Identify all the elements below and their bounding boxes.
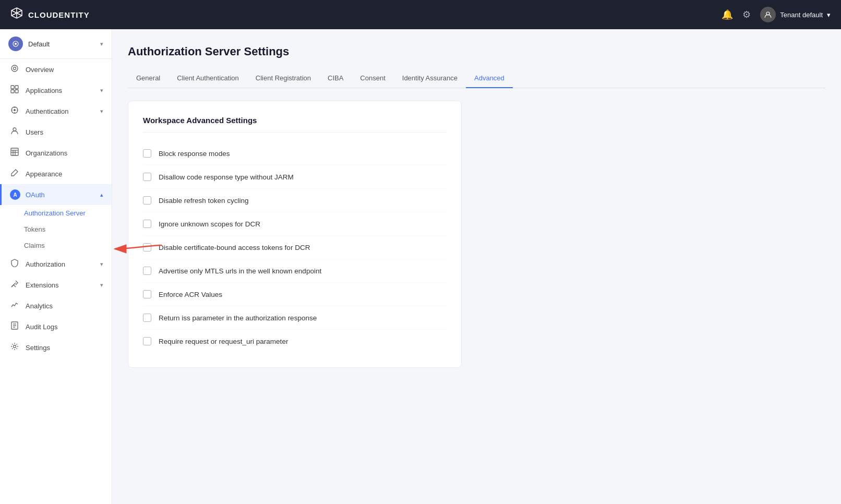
applications-chevron-icon: ▾	[100, 87, 103, 94]
setting-item-block-response-modes: Block response modes	[143, 142, 447, 165]
svg-rect-16	[11, 148, 18, 155]
oauth-label: OAuth	[26, 191, 45, 199]
checkbox-disable-refresh-token[interactable]	[143, 196, 151, 205]
logo-icon	[10, 7, 23, 22]
applications-icon	[10, 85, 19, 95]
tab-ciba[interactable]: CIBA	[319, 69, 352, 88]
setting-item-disable-cert-bound: Disable certificate-bound access tokens …	[143, 236, 447, 259]
setting-item-require-request: Require request or request_uri parameter	[143, 330, 447, 353]
sidebar-item-organizations[interactable]: Organizations	[0, 142, 112, 163]
logo-area: CLOUDENTITY	[10, 7, 90, 22]
tenant-selector[interactable]: Tenant default ▾	[760, 7, 831, 22]
setting-item-disallow-code-response: Disallow code response type without JARM	[143, 165, 447, 189]
workspace-icon	[8, 37, 23, 51]
sidebar-item-applications[interactable]: Applications ▾	[0, 80, 112, 101]
svg-point-8	[14, 67, 16, 70]
sidebar-subitem-tokens[interactable]: Tokens	[0, 221, 112, 237]
authorization-label: Authorization	[26, 260, 65, 268]
svg-rect-12	[15, 90, 18, 93]
notifications-icon[interactable]: 🔔	[722, 9, 733, 20]
sidebar-item-audit-logs[interactable]: Audit Logs	[0, 316, 112, 337]
oauth-icon: A	[10, 189, 19, 200]
svg-point-14	[14, 109, 16, 111]
tab-client-registration[interactable]: Client Registration	[247, 69, 319, 88]
tab-advanced[interactable]: Advanced	[466, 69, 513, 88]
organizations-label: Organizations	[26, 149, 67, 157]
sidebar-subitem-claims[interactable]: Claims	[0, 237, 112, 254]
page-title: Authorization Server Settings	[128, 45, 825, 58]
organizations-icon	[10, 148, 19, 158]
setting-item-ignore-unknown-scopes: Ignore unknown scopes for DCR	[143, 212, 447, 236]
setting-label-disable-refresh-token: Disable refresh token cycling	[159, 197, 249, 205]
checkbox-disallow-code-response[interactable]	[143, 173, 151, 181]
top-navigation: CLOUDENTITY 🔔 ⚙ Tenant default ▾	[0, 0, 841, 29]
checkbox-block-response-modes[interactable]	[143, 149, 151, 158]
checkbox-ignore-unknown-scopes[interactable]	[143, 220, 151, 228]
main-content: Authorization Server Settings General Cl…	[112, 29, 841, 504]
logo-text: CLOUDENTITY	[28, 10, 90, 19]
tab-general[interactable]: General	[128, 69, 169, 88]
tab-consent[interactable]: Consent	[352, 69, 393, 88]
setting-label-return-iss: Return iss parameter in the authorizatio…	[159, 314, 317, 322]
svg-rect-11	[11, 90, 14, 93]
setting-label-disallow-code-response: Disallow code response type without JARM	[159, 173, 294, 181]
tab-identity-assurance[interactable]: Identity Assurance	[394, 69, 466, 88]
setting-label-advertise-mtls: Advertise only MTLS urls in the well kno…	[159, 267, 321, 275]
sidebar-subitem-authorization-server[interactable]: Authorization Server	[0, 205, 112, 221]
setting-label-block-response-modes: Block response modes	[159, 150, 230, 158]
workspace-selector[interactable]: Default ▾	[0, 29, 112, 59]
sidebar-item-users[interactable]: Users	[0, 122, 112, 142]
extensions-icon	[10, 280, 19, 290]
sidebar-item-overview[interactable]: Overview	[0, 59, 112, 80]
appearance-icon	[10, 169, 19, 179]
sidebar-item-settings[interactable]: Settings	[0, 337, 112, 358]
audit-logs-label: Audit Logs	[26, 323, 57, 331]
app-layout: Default ▾ Overview	[0, 29, 841, 504]
sidebar-item-appearance[interactable]: Appearance	[0, 163, 112, 184]
svg-point-25	[14, 345, 16, 348]
checkbox-return-iss[interactable]	[143, 314, 151, 322]
appearance-label: Appearance	[26, 170, 62, 178]
settings-nav-icon	[10, 342, 19, 353]
users-label: Users	[26, 128, 43, 136]
setting-label-enforce-acr: Enforce ACR Values	[159, 291, 222, 298]
setting-label-ignore-unknown-scopes: Ignore unknown scopes for DCR	[159, 220, 260, 228]
sidebar-item-authentication[interactable]: Authentication ▾	[0, 101, 112, 122]
authentication-icon	[10, 106, 19, 116]
svg-point-7	[11, 65, 18, 71]
workspace-selector-left: Default	[8, 37, 50, 51]
extensions-label: Extensions	[26, 281, 59, 289]
svg-rect-9	[11, 86, 14, 89]
workspace-name: Default	[28, 40, 50, 48]
checkbox-advertise-mtls[interactable]	[143, 267, 151, 275]
topnav-right-area: 🔔 ⚙ Tenant default ▾	[722, 7, 831, 22]
users-icon	[10, 127, 19, 137]
svg-rect-10	[15, 86, 18, 89]
tenant-name: Tenant default	[780, 11, 823, 19]
svg-point-6	[15, 43, 17, 45]
sidebar-item-authorization[interactable]: Authorization ▾	[0, 254, 112, 274]
setting-item-enforce-acr: Enforce ACR Values	[143, 283, 447, 306]
settings-icon[interactable]: ⚙	[742, 9, 751, 20]
tabs-bar: General Client Authentication Client Reg…	[128, 69, 825, 88]
authentication-label: Authentication	[26, 107, 68, 115]
analytics-icon	[10, 301, 19, 311]
checkbox-enforce-acr[interactable]	[143, 290, 151, 298]
oauth-chevron-icon: ▴	[100, 191, 103, 198]
svg-point-15	[13, 128, 16, 131]
checkbox-require-request[interactable]	[143, 337, 151, 345]
sidebar-item-oauth[interactable]: A OAuth ▴	[0, 184, 112, 205]
settings-card: Workspace Advanced Settings Block respon…	[128, 101, 462, 368]
setting-label-require-request: Require request or request_uri parameter	[159, 338, 288, 345]
tenant-chevron-icon: ▾	[827, 11, 831, 19]
settings-card-title: Workspace Advanced Settings	[143, 116, 447, 133]
checkbox-disable-cert-bound[interactable]	[143, 243, 151, 251]
extensions-chevron-icon: ▾	[100, 282, 103, 289]
sidebar-item-analytics[interactable]: Analytics	[0, 295, 112, 316]
sidebar-item-extensions[interactable]: Extensions ▾	[0, 274, 112, 295]
settings-label: Settings	[26, 344, 50, 352]
authorization-chevron-icon: ▾	[100, 261, 103, 268]
authentication-chevron-icon: ▾	[100, 108, 103, 115]
tab-client-authentication[interactable]: Client Authentication	[169, 69, 247, 88]
overview-label: Overview	[26, 66, 54, 74]
